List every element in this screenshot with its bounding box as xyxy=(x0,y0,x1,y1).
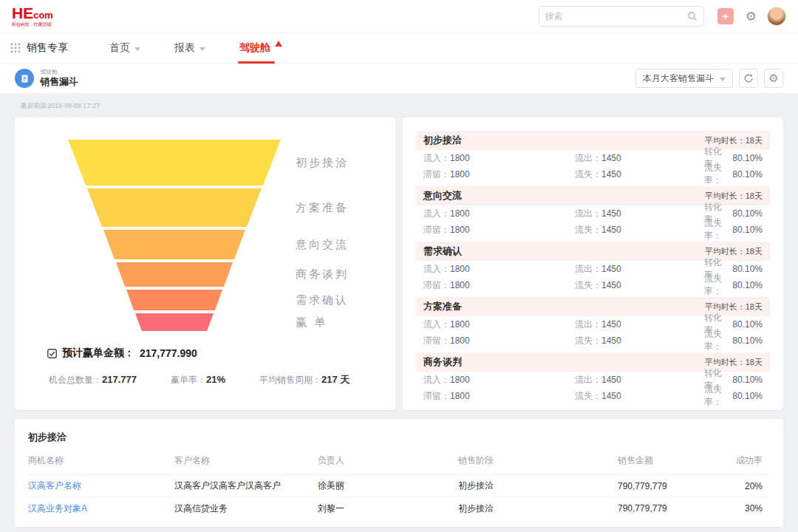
stage-metric: 滞留：1800 xyxy=(423,277,575,293)
stage-metric: 流入：1800 xyxy=(423,261,575,277)
stage-metric: 流出：1450 xyxy=(575,372,704,388)
stage-metric: 流失：1450 xyxy=(575,166,704,183)
funnel-stage-label: 赢 单 xyxy=(296,316,327,330)
stage-metric: 流失：1450 xyxy=(575,332,704,349)
funnel-segment[interactable] xyxy=(87,188,262,227)
funnel-stage-label: 需求确认 xyxy=(296,293,349,307)
col-header: 客户名称 xyxy=(174,454,318,467)
app-launcher-icon[interactable] xyxy=(10,43,21,53)
col-header: 负责人 xyxy=(318,454,458,467)
stage-metric: 流失：1450 xyxy=(575,388,704,404)
opportunity-link[interactable]: 汉高客户名称 xyxy=(28,480,174,492)
gear-icon: ⚙ xyxy=(768,72,778,85)
owner-cell: 徐美丽 xyxy=(318,480,458,492)
funnel-segment[interactable] xyxy=(103,230,245,259)
workspace-label: 销售专享 xyxy=(27,41,68,55)
funnel-segment[interactable] xyxy=(116,262,233,287)
funnel-stage-label: 方案准备 xyxy=(296,201,349,215)
table-row: 汉高业务对象A 汉高信贷业务 刘黎一 初步接洽 790,779,779 30% xyxy=(28,497,770,519)
dashboard-page-icon xyxy=(15,69,34,88)
funnel-stage-label: 意向交流 xyxy=(296,238,349,252)
stage-metric: 流失率：80.10% xyxy=(704,222,763,238)
stage-metric: 流出：1450 xyxy=(575,150,704,166)
stage-metric: 流失率：80.10% xyxy=(704,277,763,293)
stage-metric: 流入：1800 xyxy=(423,205,575,222)
stage-name: 需求确认 xyxy=(423,245,462,258)
stage-metric: 滞留：1800 xyxy=(423,222,575,238)
funnel-card: 初步接洽 方案准备 意向交流 商务谈判 需求确认 赢 单 预计赢单金额：217,… xyxy=(15,117,395,410)
settings-gear-icon[interactable]: ⚙ xyxy=(746,9,757,24)
logo-text: HEcom xyxy=(12,5,58,21)
funnel-segment[interactable] xyxy=(126,290,222,310)
stage-name: 意向交流 xyxy=(423,189,462,202)
opportunity-link[interactable]: 汉高业务对象A xyxy=(28,502,174,515)
amount-cell: 790,779,779 xyxy=(597,481,715,491)
chevron-down-icon xyxy=(720,78,726,81)
customer-cell: 汉高信贷业务 xyxy=(174,502,318,515)
logo-tagline: 和创科技，红圈营销 xyxy=(12,22,52,27)
stat-total: 机会总数量：217.777 xyxy=(49,374,137,386)
table-row: 汉高客户名称 汉高客户汉高客户汉高客户 徐美丽 初步接洽 790,779,779… xyxy=(28,475,770,497)
nav-item-home[interactable]: 首页 xyxy=(109,33,140,64)
stage-name: 初步接洽 xyxy=(423,134,462,147)
nav-item-dashboard[interactable]: 驾驶舱 xyxy=(239,33,282,64)
col-header: 商机名称 xyxy=(28,454,174,467)
funnel-stage-label: 初步接洽 xyxy=(296,156,349,170)
expected-amount-label: 预计赢单金额： xyxy=(62,347,134,360)
refresh-button[interactable] xyxy=(739,69,758,88)
refresh-icon xyxy=(743,73,754,83)
funnel-segment[interactable] xyxy=(135,313,214,331)
last-refresh-text: 最新刷新2018-08-08 17:27 xyxy=(21,101,783,111)
stage-metric: 滞留：1800 xyxy=(423,388,575,404)
owner-cell: 刘黎一 xyxy=(318,502,458,515)
breadcrumb: 驾驶舱 xyxy=(40,69,78,76)
stage-block: 初步接洽 平均时长：18天 流入：1800 流出：1450 转化率：80.10%… xyxy=(416,131,770,183)
amount-cell: 790,779,779 xyxy=(597,503,715,514)
stage-metric: 流失：1450 xyxy=(575,222,704,238)
funnel-segment[interactable] xyxy=(68,140,281,185)
stage-metric: 流入：1800 xyxy=(423,316,575,332)
col-header: 销售金额 xyxy=(597,454,715,467)
stage-metric: 流出：1450 xyxy=(575,316,704,332)
search-input[interactable] xyxy=(545,11,687,21)
user-avatar[interactable] xyxy=(767,7,786,26)
stage-block: 商务谈判 平均时长：18天 流入：1800 流出：1450 转化率：80.10%… xyxy=(416,352,770,404)
dashboard-settings-button[interactable]: ⚙ xyxy=(764,69,783,88)
page-header: 驾驶舱 销售漏斗 本月大客销售漏斗 ⚙ xyxy=(0,64,798,93)
stage-duration: 平均时长：18天 xyxy=(705,246,763,257)
title-block: 驾驶舱 销售漏斗 xyxy=(40,69,78,87)
create-button[interactable]: + xyxy=(717,8,734,24)
stage-metric: 流入：1800 xyxy=(423,150,575,166)
page-title: 销售漏斗 xyxy=(40,76,78,88)
stage-metric: 滞留：1800 xyxy=(423,166,575,183)
hot-badge-icon xyxy=(275,41,282,47)
stage-name: 商务谈判 xyxy=(423,355,462,369)
rate-cell: 30% xyxy=(715,503,770,514)
stage-cell: 初步接洽 xyxy=(458,502,597,515)
chevron-down-icon xyxy=(200,47,205,51)
stage-metric: 流失率：80.10% xyxy=(704,166,763,183)
stage-duration: 平均时长：18天 xyxy=(705,357,763,368)
top-bar: HEcom 和创科技，红圈营销 + ⚙ xyxy=(0,0,798,33)
expected-amount-value: 217,777.990 xyxy=(140,347,197,359)
stat-avg-cycle: 平均销售周期：217 天 xyxy=(259,373,349,386)
search-icon xyxy=(687,11,698,21)
opportunity-table-card: 初步接洽 商机名称 客户名称 负责人 销售阶段 销售金额 成功率 汉高客户名称 … xyxy=(15,419,783,527)
stage-metric: 滞留：1800 xyxy=(423,332,575,349)
funnel-stage-label: 商务谈判 xyxy=(296,267,349,282)
stage-name: 方案准备 xyxy=(423,300,462,313)
rate-cell: 20% xyxy=(715,481,770,491)
stat-win-rate: 赢单率：21% xyxy=(171,374,225,386)
customer-cell: 汉高客户汉高客户汉高客户 xyxy=(174,480,318,492)
stage-metric: 流失率：80.10% xyxy=(704,332,763,349)
table-title: 初步接洽 xyxy=(28,431,770,444)
global-search[interactable] xyxy=(539,6,704,27)
col-header: 成功率 xyxy=(715,454,770,467)
funnel-filter-select[interactable]: 本月大客销售漏斗 xyxy=(635,69,733,88)
nav-bar: 销售专享 首页 报表 驾驶舱 xyxy=(0,33,798,64)
nav-item-reports[interactable]: 报表 xyxy=(174,33,205,64)
stage-metric: 流失：1450 xyxy=(575,277,704,293)
funnel-stats: 机会总数量：217.777 赢单率：21% 平均销售周期：217 天 xyxy=(49,373,381,386)
stage-metric: 流入：1800 xyxy=(423,372,575,388)
stage-block: 意向交流 平均时长：18天 流入：1800 流出：1450 转化率：80.10%… xyxy=(416,186,770,238)
